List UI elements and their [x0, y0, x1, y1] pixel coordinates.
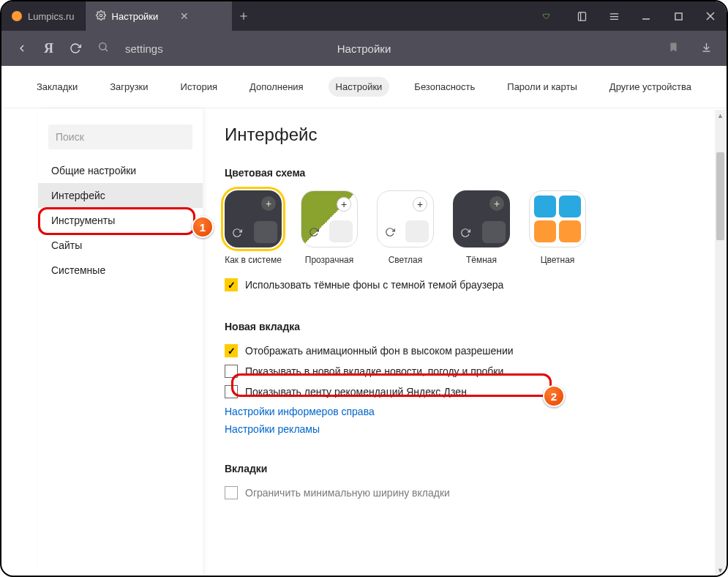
gear-icon — [96, 10, 106, 23]
new-tab-button[interactable] — [232, 1, 255, 31]
scroll-up-icon[interactable]: ▲ — [715, 110, 726, 121]
checkbox-icon — [225, 365, 238, 378]
theme-label: Тёмная — [466, 255, 497, 265]
reload-icon — [460, 228, 470, 240]
checkbox-dark-backgrounds[interactable]: Использовать тёмные фоны с темной темой … — [225, 278, 705, 291]
tile — [559, 196, 581, 217]
reload-icon — [309, 227, 319, 239]
settings-heading: Интерфейс — [225, 124, 705, 145]
sidebar-search[interactable]: Поиск — [48, 124, 192, 149]
tile — [559, 220, 581, 242]
link-informers[interactable]: Настройки информеров справа — [225, 406, 705, 417]
theme-light[interactable]: + Светлая — [377, 190, 434, 265]
tile — [534, 220, 556, 242]
reload-icon — [232, 228, 242, 240]
theme-label: Цветная — [541, 255, 575, 265]
svg-rect-9 — [675, 12, 681, 19]
bookmarks-icon[interactable] — [566, 1, 598, 31]
minimize-button[interactable] — [630, 1, 662, 31]
theme-transparent[interactable]: + Прозрачная — [301, 190, 358, 265]
topnav-settings[interactable]: Настройки — [329, 77, 390, 97]
window-controls: 🛡 — [530, 1, 727, 31]
svg-point-0 — [100, 14, 102, 17]
reload-button[interactable] — [70, 42, 81, 54]
sidebar-item-interface[interactable]: Интерфейс — [38, 183, 203, 208]
topnav-devices[interactable]: Другие устройства — [602, 77, 699, 97]
search-placeholder: Поиск — [56, 131, 84, 143]
settings-sidebar: Поиск Общие настройки Интерфейс Инструме… — [38, 108, 203, 576]
topnav-history[interactable]: История — [173, 77, 225, 97]
menu-icon[interactable] — [598, 1, 630, 31]
checkbox-label: Показывать в новой вкладке новости, пого… — [245, 365, 503, 377]
content-area: Поиск Общие настройки Интерфейс Инструме… — [1, 108, 727, 576]
tab-settings[interactable]: Настройки ✕ — [86, 1, 232, 31]
plus-icon: + — [413, 197, 427, 212]
checkbox-label: Показывать ленту рекомендаций Яндекс.Дзе… — [245, 386, 467, 398]
sidebar-item-system[interactable]: Системные — [38, 258, 203, 283]
topnav-security[interactable]: Безопасность — [407, 77, 482, 97]
reload-icon — [385, 227, 395, 239]
yandex-logo[interactable]: Я — [44, 41, 53, 56]
theme-system[interactable]: + Как в системе — [225, 190, 282, 265]
scrollbar-thumb[interactable] — [716, 152, 724, 240]
back-button[interactable] — [16, 42, 28, 54]
address-bar: Я settings Настройки — [1, 31, 727, 66]
tab-lumpics[interactable]: Lumpics.ru — [1, 1, 86, 31]
close-window-button[interactable] — [694, 1, 727, 31]
checkbox-label: Использовать тёмные фоны с темной темой … — [245, 279, 503, 291]
tab-label: Lumpics.ru — [28, 11, 75, 22]
settings-topnav: Закладки Загрузки История Дополнения Нас… — [1, 66, 727, 108]
theme-label: Светлая — [389, 255, 423, 265]
section-tabs-title: Вкладки — [225, 463, 705, 474]
checkbox-icon — [225, 278, 238, 291]
tab-label: Настройки — [112, 11, 159, 22]
checkbox-label: Отображать анимационный фон в высоком ра… — [245, 345, 514, 357]
checkbox-icon — [225, 344, 238, 357]
theme-dark[interactable]: + Тёмная — [453, 190, 510, 265]
sidebar-item-tools[interactable]: Инструменты — [38, 208, 203, 233]
settings-main: Интерфейс Цветовая схема + Как в системе… — [203, 108, 727, 576]
mini-tile — [482, 221, 506, 243]
topnav-bookmarks[interactable]: Закладки — [29, 77, 85, 97]
scrollbar[interactable]: ▲ ▼ — [715, 110, 726, 576]
tile — [534, 196, 556, 217]
theme-list: + Как в системе + Прозрачная + — [225, 190, 705, 265]
plus-icon: + — [261, 196, 276, 211]
plus-icon: + — [337, 197, 351, 212]
checkbox-min-tab-width[interactable]: Ограничить минимальную ширину вкладки — [225, 486, 705, 499]
checkbox-icon — [225, 385, 238, 398]
svg-point-12 — [100, 43, 106, 50]
svg-line-13 — [105, 49, 108, 51]
checkbox-icon — [225, 486, 238, 499]
mini-tile — [329, 220, 353, 242]
svg-rect-3 — [578, 12, 585, 20]
checkbox-show-news[interactable]: Показывать в новой вкладке новости, пого… — [225, 365, 705, 378]
theme-colorful[interactable]: Цветная — [529, 190, 586, 265]
sidebar-item-sites[interactable]: Сайты — [38, 233, 203, 258]
mini-tile — [254, 221, 277, 243]
url-text[interactable]: settings — [125, 42, 163, 55]
mini-tile — [405, 220, 429, 242]
maximize-button[interactable] — [662, 1, 694, 31]
shield-icon[interactable]: 🛡 — [530, 1, 563, 31]
bookmark-icon[interactable] — [668, 42, 679, 56]
checkbox-hires-animation[interactable]: Отображать анимационный фон в высоком ра… — [225, 344, 705, 357]
plus-icon: + — [489, 196, 504, 211]
download-icon[interactable] — [701, 42, 712, 56]
titlebar: Lumpics.ru Настройки ✕ 🛡 — [1, 1, 727, 31]
theme-label: Прозрачная — [305, 255, 353, 265]
favicon-lumpics — [12, 11, 22, 21]
scroll-down-icon[interactable]: ▼ — [715, 565, 726, 576]
topnav-addons[interactable]: Дополнения — [242, 77, 311, 97]
checkbox-label: Ограничить минимальную ширину вкладки — [245, 487, 450, 499]
theme-label: Как в системе — [225, 255, 282, 265]
site-info-icon[interactable] — [97, 41, 109, 56]
topnav-passwords[interactable]: Пароли и карты — [500, 77, 585, 97]
topnav-downloads[interactable]: Загрузки — [102, 77, 155, 97]
section-color-scheme-title: Цветовая схема — [225, 167, 705, 179]
sidebar-item-general[interactable]: Общие настройки — [38, 158, 203, 183]
annotation-badge-2: 2 — [543, 385, 565, 407]
close-tab-icon[interactable]: ✕ — [180, 10, 189, 22]
link-ads[interactable]: Настройки рекламы — [225, 423, 705, 435]
checkbox-show-zen[interactable]: Показывать ленту рекомендаций Яндекс.Дзе… — [225, 385, 705, 398]
